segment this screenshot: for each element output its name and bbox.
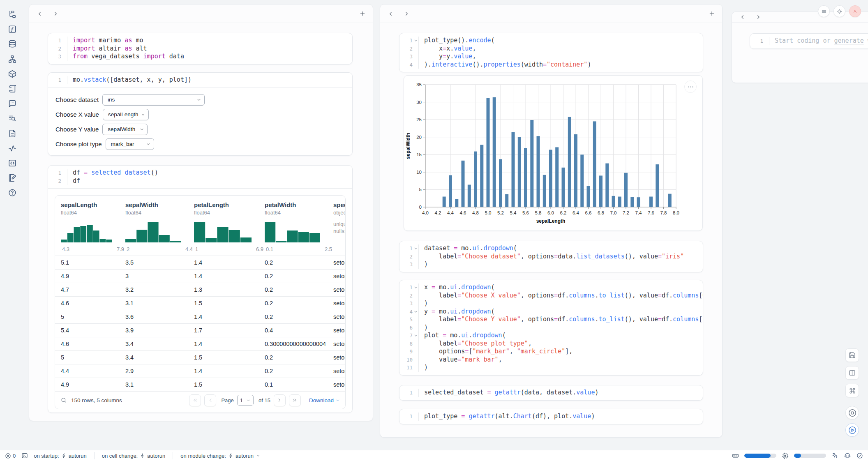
code-cell-icon[interactable]	[8, 159, 17, 168]
altair-chart-output[interactable]: 4.04.24.44.64.85.05.25.45.65.86.06.26.46…	[404, 75, 703, 231]
run-button[interactable]	[845, 423, 859, 437]
plot-type-select[interactable]: mark_bar	[106, 138, 154, 150]
svg-text:5.8: 5.8	[535, 210, 542, 215]
interrupt-button[interactable]	[845, 406, 859, 420]
notebook-pen-icon[interactable]	[8, 173, 17, 182]
column-header-speci[interactable]: speciobjecuniqunulls:	[333, 201, 346, 235]
table-summary: 150 rows, 5 columns	[71, 397, 122, 403]
scroll-icon[interactable]	[8, 84, 17, 93]
stop-circle-icon	[848, 408, 857, 417]
table-cell: 1.3	[194, 283, 265, 296]
code-cell-xy-plot-dropdowns[interactable]: 1x = mo.ui.dropdown(2 label="Choose X va…	[399, 280, 703, 376]
column-histogram	[61, 221, 125, 244]
code-cell-selected-dataset[interactable]: 1selected_dataset = getattr(data, datase…	[399, 385, 703, 401]
add-column-icon[interactable]	[707, 9, 716, 18]
bolt-icon	[228, 453, 233, 459]
code-line: 1import marimo as mo	[48, 37, 352, 45]
column-header-petalLength[interactable]: petalLengthfloat6416.9	[194, 201, 265, 252]
table-cell: 5	[61, 310, 125, 323]
svg-text:4.4: 4.4	[447, 210, 454, 215]
layout-button[interactable]	[845, 366, 859, 380]
chart-options-icon[interactable]	[684, 81, 697, 93]
on-cell-change-toggle[interactable]: on cell change: autorun	[102, 453, 166, 459]
connection-check-icon[interactable]	[856, 452, 863, 459]
first-page-button[interactable]	[189, 394, 201, 406]
on-module-change-toggle[interactable]: on module change: autorun	[180, 453, 261, 459]
last-page-button[interactable]	[289, 394, 301, 406]
memory-icon	[732, 452, 739, 459]
code-cell-dataframe[interactable]: 1df = selected_dataset()2df sepalLengthf…	[48, 165, 353, 413]
generate-link[interactable]: generate	[834, 37, 864, 44]
code-line: 1selected_dataset = getattr(data, datase…	[399, 389, 703, 397]
function-icon[interactable]	[8, 25, 17, 34]
code-line: 2 x=x.value,	[399, 45, 703, 53]
chevron-down-icon	[141, 112, 145, 117]
help-icon[interactable]	[8, 188, 17, 197]
column-prev-icon[interactable]	[738, 13, 747, 22]
search-icon[interactable]	[60, 397, 67, 403]
database-icon[interactable]	[8, 39, 17, 48]
error-count-badge[interactable]: 0	[5, 453, 16, 459]
column-next-icon[interactable]	[754, 13, 763, 22]
table-cell: 1.4	[194, 270, 265, 283]
prev-page-button[interactable]	[204, 394, 216, 406]
code-line: 1plot_type = getattr(alt.Chart(df), plot…	[399, 413, 703, 421]
choose-plot-label: Choose plot type	[55, 141, 102, 148]
terminal-button[interactable]	[21, 452, 28, 459]
copilot-icon[interactable]	[844, 452, 851, 459]
column-header-sepalLength[interactable]: sepalLengthfloat644.37.9	[61, 201, 125, 252]
x-circle-icon	[5, 453, 11, 459]
pulse-icon[interactable]	[8, 144, 17, 153]
code-cell-dataset-dropdown[interactable]: 1dataset = mo.ui.dropdown(2 label="Choos…	[399, 241, 703, 272]
column-prev-icon[interactable]	[35, 9, 44, 18]
table-cell: 3.9	[125, 324, 194, 337]
shutdown-button[interactable]	[849, 5, 861, 17]
chat-icon[interactable]	[8, 99, 17, 108]
table-cell: 1.4	[194, 256, 265, 269]
table-cell: setos	[333, 297, 346, 310]
code-line: 6)	[399, 324, 703, 332]
dependency-graph-icon[interactable]	[8, 55, 17, 64]
column-header-petalWidth[interactable]: petalWidthfloat640.12.5	[265, 201, 333, 252]
svg-text:4.8: 4.8	[472, 210, 479, 215]
download-button[interactable]: Download	[309, 397, 340, 403]
code-cell-plot-encode[interactable]: 1plot_type().encode(2 x=x.value,3 y=y.va…	[399, 33, 703, 72]
menu-button[interactable]	[818, 5, 830, 17]
settings-button[interactable]	[833, 5, 845, 17]
table-cell: 0.2	[265, 256, 333, 269]
svg-text:5.6: 5.6	[522, 210, 529, 215]
page-count-label: of 15	[259, 397, 270, 403]
code-cell-vstack[interactable]: 1mo.vstack([dataset, x, y, plot]) Choose…	[48, 72, 353, 156]
keyboard-shortcuts-button[interactable]	[845, 384, 859, 397]
dataset-select[interactable]: iris	[102, 94, 205, 106]
on-startup-toggle[interactable]: on startup: autorun	[34, 453, 87, 459]
svg-text:6.0: 6.0	[547, 210, 554, 215]
svg-text:7.4: 7.4	[635, 210, 642, 215]
add-column-icon[interactable]	[358, 9, 367, 18]
svg-text:10: 10	[416, 170, 422, 175]
code-cell-imports[interactable]: 1import marimo as mo2import altair as al…	[48, 33, 353, 65]
table-cell: 1.5	[194, 351, 265, 364]
code-line: 1mo.vstack([dataset, x, y, plot])	[48, 76, 352, 84]
column-next-icon[interactable]	[51, 9, 60, 18]
next-page-button[interactable]	[274, 394, 286, 406]
column-prev-icon[interactable]	[386, 9, 395, 18]
file-tree-icon[interactable]	[8, 10, 17, 19]
sparkles-icon[interactable]	[831, 452, 838, 459]
column-1-header	[29, 5, 373, 23]
save-button[interactable]	[845, 348, 859, 362]
empty-code-cell[interactable]: 1 Start coding or generate with	[750, 33, 868, 49]
svg-text:sepalWidth: sepalWidth	[405, 133, 411, 159]
document-icon[interactable]	[8, 129, 17, 138]
column-header-sepalWidth[interactable]: sepalWidthfloat6424.4	[125, 201, 194, 252]
package-icon[interactable]	[8, 69, 17, 78]
svg-text:sepalLength: sepalLength	[536, 218, 566, 224]
x-value-select[interactable]: sepalLength	[103, 109, 149, 120]
column-next-icon[interactable]	[402, 9, 411, 18]
code-cell-plot-type[interactable]: 1plot_type = getattr(alt.Chart(df), plot…	[399, 409, 703, 424]
y-value-select[interactable]: sepalWidth	[102, 124, 148, 135]
chevron-down-icon	[139, 127, 144, 132]
doc-search-icon[interactable]	[8, 114, 17, 123]
layout-columns-icon	[849, 369, 856, 376]
page-select[interactable]: 1	[237, 395, 254, 406]
